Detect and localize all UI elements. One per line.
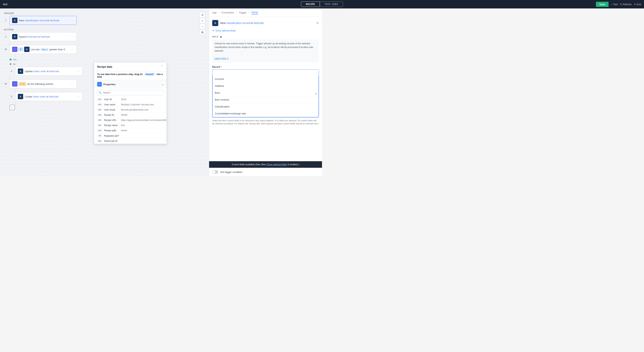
else-step-card[interactable]: ⋮ ELSE do the following actions ··· bbox=[10, 79, 77, 88]
data-row-useremail: ABC User email bennett.goh@workato.com bbox=[94, 107, 166, 112]
record-field-section: Record * ▲ Account Address Bom Bom revis… bbox=[212, 66, 319, 125]
help-content: Checks for new events every 5 minutes. T… bbox=[212, 40, 319, 63]
help-section: HELP ▲ Checks for new events every 5 min… bbox=[212, 35, 319, 63]
action-step-card-2[interactable]: N Search Estimate in NetSuite ··· bbox=[10, 32, 77, 41]
action-step-text-6: Create Sales order in NetSuite bbox=[25, 95, 75, 98]
learn-more-link[interactable]: Learn more ↗ bbox=[214, 57, 229, 60]
step-number-3: ▾3 bbox=[4, 48, 8, 51]
bottom-notice: 3 more fields available (See (See Show o… bbox=[209, 161, 322, 168]
dropdown-item-account[interactable]: Account bbox=[212, 76, 318, 83]
trigger-section-label: TRIGGER bbox=[4, 12, 205, 14]
else-step-text: do the following actions bbox=[28, 83, 70, 85]
add-step-button[interactable]: + bbox=[10, 105, 15, 110]
help-label: HELP bbox=[212, 36, 218, 38]
step-row-3: ▾3 ⋮ IF N List size Step 2 greater than … bbox=[4, 45, 205, 54]
step-more-4[interactable]: ··· bbox=[76, 70, 80, 73]
panel-content: N New classification record in NetSuite … bbox=[209, 17, 322, 161]
netsuite-icon-2: N bbox=[12, 34, 18, 39]
trigger-step-card[interactable]: N New classification record in NetSuite … bbox=[10, 16, 77, 25]
recipe-test-tabs: RECIPE TEST JOBS bbox=[301, 2, 322, 7]
data-row-recipename: ABC Recipe name test bbox=[94, 123, 166, 128]
step-ref: Step 2 bbox=[40, 48, 49, 51]
data-row-parentjobid: ABC Parent job ID bbox=[94, 139, 166, 144]
recipe-data-title: Recipe data bbox=[97, 65, 112, 68]
recipe-canvas[interactable]: ↺ + − ⊞ TRIGGER 1 N New classification r… bbox=[0, 9, 209, 176]
trigger-title-wrap: N New classification record in NetSuite bbox=[212, 20, 264, 26]
dropdown-item-address[interactable]: Address bbox=[212, 83, 318, 89]
data-row-recipepath: ABC Recipe path Home bbox=[94, 128, 166, 133]
dropdown-item-classification[interactable]: Classification bbox=[212, 103, 318, 110]
netsuite-icon-3: N bbox=[24, 47, 30, 52]
main-layout: ↺ + − ⊞ TRIGGER 1 N New classification r… bbox=[0, 9, 322, 176]
show-optional-toolbar-link[interactable]: Show optional fields bbox=[266, 163, 287, 166]
tab-recipe[interactable]: RECIPE bbox=[301, 2, 320, 7]
data-items-list: ABC User ID 3218 ABC User name Workato C… bbox=[94, 97, 166, 144]
if-step-text: List size Step 2 greater than 0 bbox=[31, 48, 70, 51]
no-label: No bbox=[13, 63, 16, 65]
breadcrumb: App → Connection → Trigger → Setup bbox=[209, 9, 322, 17]
trigger-app-link[interactable]: NetSuite bbox=[254, 22, 264, 25]
step-more-5[interactable]: ··· bbox=[70, 82, 74, 86]
set-trigger-section: Set trigger condition bbox=[209, 168, 322, 176]
condition-icon: ⋮ bbox=[12, 47, 18, 52]
breadcrumb-setup[interactable]: Setup bbox=[252, 11, 258, 14]
step-number-1: 1 bbox=[4, 19, 8, 22]
dropdown-item-bom-revision[interactable]: Bom revision bbox=[212, 96, 318, 103]
yes-label: Yes bbox=[13, 58, 16, 61]
tab-test-jobs[interactable]: TEST JOBS bbox=[320, 2, 322, 7]
zoom-in-button[interactable]: + bbox=[200, 18, 205, 24]
search-input[interactable] bbox=[97, 90, 164, 95]
else-condition-icon: ⋮ bbox=[12, 81, 18, 87]
action-step-card-4[interactable]: N Update Sales order in NetSuite ··· bbox=[15, 67, 82, 76]
set-trigger-label: Set trigger condition bbox=[220, 171, 242, 173]
fit-button[interactable]: ⊞ bbox=[200, 30, 205, 35]
canvas-controls: ↺ + − ⊞ bbox=[200, 12, 205, 35]
properties-header[interactable]: ≡ Properties ⌄ bbox=[94, 80, 166, 88]
step-number-4: 4 bbox=[10, 70, 14, 73]
netsuite-icon-1: N bbox=[12, 18, 18, 23]
refresh-canvas-button[interactable]: ↺ bbox=[200, 12, 205, 18]
search-box: 🔍 bbox=[97, 90, 164, 95]
step-row-2: 2 N Search Estimate in NetSuite ··· bbox=[4, 32, 205, 41]
zoom-out-button[interactable]: − bbox=[200, 24, 205, 29]
action-step-text-4: Update Sales order in NetSuite bbox=[25, 70, 75, 73]
properties-section: ≡ Properties ⌄ 🔍 ABC User ID 3218 bbox=[94, 80, 166, 144]
data-row-userid: ABC User ID 3218 bbox=[94, 97, 166, 102]
recipe-data-panel-header: Recipe data ⌃ bbox=[94, 62, 166, 71]
action-step-text-2: Search Estimate in NetSuite bbox=[19, 35, 69, 38]
breadcrumb-trigger[interactable]: Trigger bbox=[239, 11, 247, 14]
recipe-data-panel: Recipe data ⌃ To use data from a previou… bbox=[94, 62, 167, 144]
step-more-1[interactable]: ··· bbox=[70, 19, 74, 22]
dropdown-item-bom[interactable]: Bom bbox=[212, 89, 318, 96]
show-optional-fields-link[interactable]: 👁 Show optional fields bbox=[212, 29, 236, 32]
step-number-6: 6 bbox=[10, 95, 14, 98]
action-step-card-6[interactable]: N Create Sales order in NetSuite ··· bbox=[15, 92, 82, 101]
if-step-card[interactable]: ⋮ IF N List size Step 2 greater than 0 ·… bbox=[10, 45, 77, 54]
chevron-up-icon: ▲ bbox=[220, 35, 222, 38]
yes-branch: Yes bbox=[10, 55, 205, 61]
breadcrumb-app[interactable]: App bbox=[212, 11, 216, 14]
if-badge: IF bbox=[18, 48, 23, 51]
help-header[interactable]: HELP ▲ bbox=[212, 35, 319, 38]
panel-close-button[interactable]: ✕ bbox=[316, 21, 319, 25]
required-marker: * bbox=[221, 66, 222, 68]
step-more-6[interactable]: ··· bbox=[76, 95, 80, 98]
field-help-text: Select line item custom fields to be ret… bbox=[212, 119, 319, 125]
record-dropdown-input[interactable] bbox=[212, 70, 319, 76]
trigger-title-link[interactable]: classification record bbox=[226, 22, 250, 25]
recipe-data-close[interactable]: ⌃ bbox=[160, 65, 164, 69]
netsuite-icon-4: N bbox=[18, 69, 23, 74]
trigger-header: N New classification record in NetSuite … bbox=[212, 20, 319, 26]
dropdown-arrow-icon: ▲ bbox=[315, 92, 317, 95]
arrow-1: → bbox=[218, 11, 220, 14]
netsuite-app-icon: N bbox=[212, 20, 218, 26]
recipe-data-subtitle: To use data from a previous step, drag i… bbox=[94, 71, 166, 80]
step-more-3[interactable]: ··· bbox=[70, 48, 74, 51]
breadcrumb-connection[interactable]: Connection bbox=[222, 11, 234, 14]
data-row-recipeid: ABC Recipe ID 40209 bbox=[94, 112, 166, 118]
step-more-2[interactable]: ··· bbox=[70, 35, 74, 38]
set-trigger-toggle[interactable] bbox=[212, 170, 218, 174]
netsuite-icon-6: N bbox=[18, 94, 23, 99]
trigger-step-text: New classification record in NetSuite bbox=[19, 19, 69, 22]
dropdown-item-consolidated-exchange-rate[interactable]: Consolidated exchange rate bbox=[212, 110, 318, 117]
